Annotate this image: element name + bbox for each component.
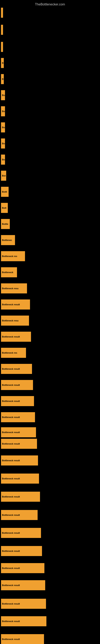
bar-label-1 [1, 8, 3, 18]
bar-label-16: Bottleneck res [1, 251, 25, 261]
bar-row-22: Bottleneck res [1, 347, 26, 358]
bar-label-19: Bottleneck result [1, 300, 30, 310]
bar-row-35: Bottleneck result [1, 562, 44, 574]
bar-label-23: Bottleneck result [1, 364, 32, 374]
bar-label-18: Bottleneck resu [1, 283, 27, 294]
bar-label-21: Bottleneck result [1, 332, 31, 342]
bar-row-32: Bottleneck result [1, 509, 38, 520]
bar-row-21: Bottleneck result [1, 331, 31, 342]
bar-label-31: Bottleneck result [1, 492, 40, 502]
bar-row-15: Bottlenec [1, 234, 15, 246]
bar-label-2 [1, 25, 3, 35]
bar-label-28: Bottleneck result [1, 439, 37, 449]
bar-row-37: Bottleneck result [1, 598, 46, 609]
bar-label-3 [1, 42, 3, 52]
bar-label-10: Bo [1, 154, 5, 164]
bar-row-23: Bottleneck result [1, 363, 32, 374]
bar-row-26: Bottleneck result [1, 412, 35, 422]
bar-label-8: Bo [1, 122, 5, 132]
bar-row-5: B [1, 74, 4, 84]
bar-row-16: Bottleneck res [1, 250, 25, 262]
bar-row-18: Bottleneck resu [1, 283, 27, 294]
bar-label-37: Bottleneck result [1, 599, 46, 609]
bar-label-29: Bottleneck result [1, 456, 38, 466]
bar-label-26: Bottleneck result [1, 412, 35, 422]
bar-row-6: Bo [1, 90, 5, 100]
bar-label-30: Bottleneck result [1, 474, 39, 484]
bar-label-6: Bo [1, 90, 5, 100]
bar-row-9: Bo [1, 138, 5, 149]
bar-row-38: Bottleneck result [1, 616, 47, 627]
bar-row-8: Bo [1, 122, 5, 133]
bar-label-25: Bottleneck result [1, 396, 34, 406]
site-title: TheBottlenecker.com [0, 1, 100, 8]
bar-row-24: Bottleneck result [1, 379, 33, 390]
bar-row-13: Bott [1, 202, 8, 213]
bar-label-15: Bottlenec [1, 235, 15, 245]
bar-row-25: Bottleneck result [1, 396, 34, 406]
bar-row-30: Bottleneck result [1, 473, 39, 484]
bar-label-33: Bottleneck result [1, 528, 41, 538]
bar-label-20: Bottleneck resu [1, 316, 29, 326]
bar-row-36: Bottleneck result [1, 580, 45, 591]
bar-row-3 [1, 41, 3, 52]
bar-label-7: Bo [1, 106, 5, 116]
bar-label-5: B [1, 74, 4, 84]
bar-row-7: Bo [1, 106, 5, 117]
bar-label-14: Bottle [1, 219, 10, 229]
bar-row-28: Bottleneck result [1, 438, 37, 449]
bar-row-12: Bottl [1, 186, 9, 197]
bar-label-38: Bottleneck result [1, 616, 47, 626]
bar-label-4: B [1, 58, 4, 68]
bar-row-34: Bottleneck result [1, 546, 42, 556]
bar-row-1 [1, 7, 3, 18]
bar-row-2 [1, 24, 3, 35]
bar-row-20: Bottleneck resu [1, 315, 29, 326]
bar-label-36: Bottleneck result [1, 580, 45, 590]
bar-label-13: Bott [1, 203, 8, 213]
bar-label-34: Bottleneck result [1, 546, 42, 556]
bar-row-4: B [1, 57, 4, 68]
bar-label-39: Bottleneck result [1, 634, 44, 644]
bar-label-35: Bottleneck result [1, 563, 44, 573]
bar-row-17: Bottleneck [1, 267, 17, 278]
bar-label-11: Bot [1, 171, 6, 181]
bar-label-24: Bottleneck result [1, 380, 33, 390]
bar-row-33: Bottleneck result [1, 527, 41, 538]
bar-row-14: Bottle [1, 218, 10, 230]
bar-label-27: Bottleneck result [1, 427, 36, 437]
bar-row-29: Bottleneck result [1, 455, 38, 466]
bar-row-27: Bottleneck result [1, 427, 36, 438]
bar-row-31: Bottleneck result [1, 491, 40, 502]
bar-label-22: Bottleneck res [1, 348, 26, 358]
bar-row-39: Bottleneck result [1, 634, 44, 644]
bar-row-10: Bo [1, 154, 5, 165]
bar-row-19: Bottleneck result [1, 299, 30, 310]
bar-label-32: Bottleneck result [1, 510, 38, 520]
bar-label-9: Bo [1, 138, 5, 148]
bar-row-11: Bot [1, 170, 6, 181]
bar-label-12: Bottl [1, 187, 9, 197]
bar-label-17: Bottleneck [1, 267, 17, 277]
